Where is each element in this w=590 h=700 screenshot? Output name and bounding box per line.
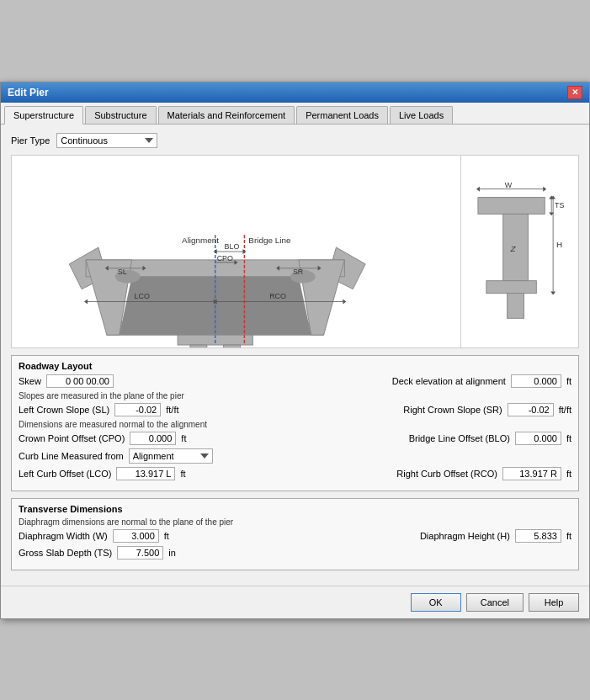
left-curb-input[interactable] (116, 467, 175, 480)
left-curb-unit: ft (180, 469, 185, 479)
main-content: Pier Type Continuous Integral Expansion (1, 125, 589, 586)
left-curb-label: Left Curb Offset (LCO) (19, 469, 111, 479)
tab-materials[interactable]: Materials and Reinforcement (158, 106, 295, 124)
svg-rect-39 (478, 197, 545, 214)
svg-text:CPO: CPO (217, 253, 233, 262)
svg-marker-54 (550, 291, 555, 294)
diaphragm-height-input[interactable] (515, 529, 561, 543)
cancel-button[interactable]: Cancel (466, 593, 524, 612)
transverse-dimensions-section: Transverse Dimensions Diaphragm dimensio… (11, 498, 579, 570)
deck-elevation-label: Deck elevation at alignment (392, 376, 506, 386)
titlebar: Edit Pier ✕ (1, 82, 589, 103)
pier-type-label: Pier Type (11, 135, 50, 146)
svg-text:SR: SR (293, 267, 304, 275)
ok-button[interactable]: OK (411, 593, 461, 612)
crown-offset-input[interactable] (130, 432, 176, 445)
slab-depth-input[interactable] (117, 546, 163, 559)
close-button[interactable]: ✕ (567, 86, 582, 99)
diaphragm-height-unit: ft (566, 531, 571, 541)
deck-elevation-unit: ft (566, 376, 571, 386)
crown-offset-label: Crown Point Offset (CPO) (19, 433, 125, 443)
svg-rect-42 (508, 293, 524, 318)
slab-depth-unit: in (168, 548, 176, 558)
right-crown-input[interactable] (508, 403, 554, 416)
pier-type-row: Pier Type Continuous Integral Expansion (11, 133, 579, 148)
bottom-buttons: OK Cancel Help (1, 586, 589, 618)
svg-rect-41 (486, 280, 536, 293)
skew-label: Skew (19, 376, 41, 386)
svg-marker-44 (543, 186, 546, 191)
curb-measured-row: Curb Line Measured from Alignment Bridge… (19, 448, 571, 464)
curb-measured-label: Curb Line Measured from (19, 451, 124, 461)
window-title: Edit Pier (8, 87, 49, 98)
svg-text:W: W (505, 180, 513, 188)
diagram-right: W TS Z H (460, 156, 578, 347)
left-crown-label: Left Crown Slope (SL) (19, 405, 109, 415)
diaphragm-height-label: Diaphragm Height (H) (420, 531, 510, 541)
help-button[interactable]: Help (529, 593, 579, 612)
svg-rect-11 (224, 345, 241, 347)
tab-bar: Superstructure Substructure Materials an… (1, 103, 589, 125)
pier-type-select[interactable]: Continuous Integral Expansion (56, 133, 157, 148)
svg-marker-45 (476, 186, 480, 191)
diaphragm-width-unit: ft (164, 531, 169, 541)
bridge-line-label: Bridge Line Offset (BLO) (409, 433, 510, 443)
tab-permanent-loads[interactable]: Permanent Loads (296, 106, 388, 124)
svg-text:Bridge Line: Bridge Line (248, 236, 291, 245)
diaphragm-width-input[interactable] (113, 529, 159, 543)
svg-marker-17 (242, 249, 246, 254)
right-curb-label: Right Curb Offset (RCO) (396, 469, 497, 479)
svg-text:Z: Z (510, 244, 517, 253)
svg-text:Alignment: Alignment (182, 236, 219, 245)
offsets-row: Crown Point Offset (CPO) ft Bridge Line … (19, 432, 571, 445)
curb-offsets-row: Left Curb Offset (LCO) ft Right Curb Off… (19, 467, 571, 480)
right-crown-unit: ft/ft (559, 405, 571, 415)
svg-rect-10 (190, 345, 207, 347)
svg-text:H: H (556, 240, 562, 249)
slopes-note: Slopes are measured in the plane of the … (19, 391, 571, 400)
right-curb-input[interactable] (502, 467, 561, 480)
left-crown-unit: ft/ft (166, 405, 178, 415)
edit-pier-window: Edit Pier ✕ Superstructure Substructure … (0, 82, 590, 619)
tab-substructure[interactable]: Substructure (85, 106, 156, 124)
tab-superstructure[interactable]: Superstructure (4, 106, 83, 125)
transverse-dimensions-title: Transverse Dimensions (19, 504, 571, 514)
svg-marker-36 (343, 299, 346, 304)
crown-slopes-row: Left Crown Slope (SL) ft/ft Right Crown … (19, 403, 571, 416)
svg-text:SL: SL (118, 267, 127, 275)
bridge-line-unit: ft (566, 433, 571, 443)
diaphragm-width-label: Diaphragm Width (W) (19, 531, 108, 541)
svg-text:TS: TS (555, 201, 564, 209)
bridge-line-input[interactable] (515, 432, 561, 445)
diagram-area: Alignment Bridge Line BLO CPO SL (11, 155, 579, 348)
svg-text:LCO: LCO (135, 292, 150, 300)
svg-marker-33 (84, 299, 88, 304)
curb-measured-select[interactable]: Alignment Bridge Line (129, 448, 213, 464)
skew-input[interactable] (46, 374, 114, 388)
diaphragm-dims-row: Diaphragm Width (W) ft Diaphragm Height … (19, 529, 571, 543)
tab-live-loads[interactable]: Live Loads (390, 106, 453, 124)
svg-text:BLO: BLO (225, 242, 240, 251)
slab-depth-label: Gross Slab Depth (TS) (19, 548, 112, 558)
diaphragm-note: Diaphragm dimensions are normal to the p… (19, 517, 571, 527)
left-crown-input[interactable] (114, 403, 161, 416)
svg-text:RCO: RCO (269, 292, 286, 300)
deck-elevation-input[interactable] (511, 374, 561, 388)
roadway-layout-section: Roadway Layout Skew Deck elevation at al… (11, 355, 579, 491)
roadway-layout-title: Roadway Layout (19, 361, 571, 371)
right-crown-label: Right Crown Slope (SR) (403, 405, 502, 415)
dimensions-note: Dimensions are measured normal to the al… (19, 420, 571, 429)
crown-offset-unit: ft (181, 433, 186, 443)
right-curb-unit: ft (566, 469, 571, 479)
skew-row: Skew Deck elevation at alignment ft (19, 374, 571, 388)
slab-depth-row: Gross Slab Depth (TS) in (19, 546, 571, 559)
diagram-left: Alignment Bridge Line BLO CPO SL (12, 156, 460, 347)
